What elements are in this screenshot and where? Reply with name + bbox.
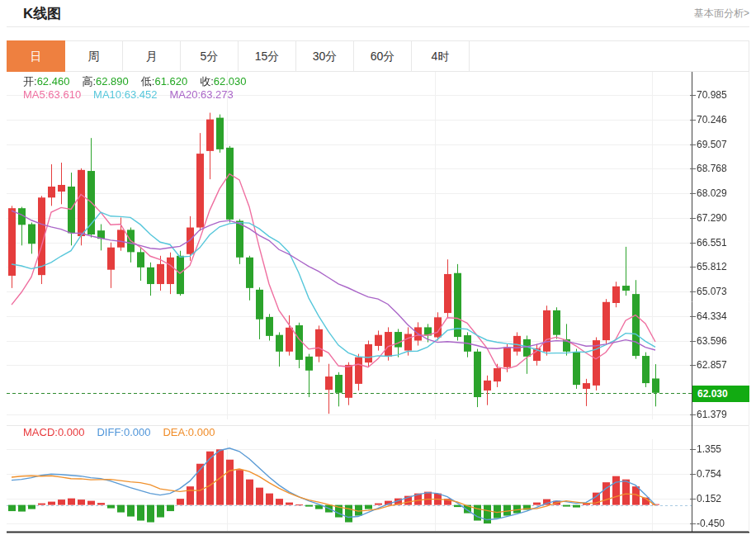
ohlc-item: 开:62.460: [23, 74, 69, 89]
price-axis-tick: 67.290: [697, 212, 727, 224]
tab-month[interactable]: 月: [123, 41, 181, 71]
tab-30min[interactable]: 30分: [296, 41, 354, 71]
price-axis-tick: 61.379: [697, 409, 727, 420]
ohlc-item: 高:62.890: [82, 74, 128, 89]
fundamental-analysis-link[interactable]: 基本面分析>: [694, 7, 749, 21]
macd-item: DIFF:0.000: [97, 426, 150, 438]
macd-readout: MACD:0.000DIFF:0.000DEA:0.000: [23, 426, 215, 438]
macd-axis-tick: 0.152: [697, 493, 721, 504]
price-axis-tick: 68.768: [697, 163, 727, 174]
ma-readout: MA5:63.610MA10:63.452MA20:63.273: [23, 88, 234, 101]
macd-item: DEA:0.000: [163, 426, 215, 438]
price-axis-tick: 62.857: [697, 359, 727, 371]
macd-item: MACD:0.000: [23, 426, 84, 438]
price-axis-tick: 66.551: [697, 237, 727, 249]
tab-day[interactable]: 日: [7, 40, 65, 72]
price-axis-tick: 65.812: [697, 261, 727, 272]
ohlc-readout: 开:62.460高:62.890低:61.620收:62.030: [23, 74, 247, 89]
ma-item: MA10:63.452: [93, 88, 157, 101]
price-axis-tick: 63.596: [697, 335, 727, 347]
price-axis-tick: 68.029: [697, 187, 727, 199]
price-axis-tick: 70.985: [697, 89, 727, 101]
price-axis-tick: 65.073: [697, 286, 727, 297]
page-title: K线图: [7, 4, 61, 23]
kline-page: K线图 基本面分析> 日周月5分15分30分60分4时 开:62.460高:62…: [0, 0, 756, 533]
last-price-tag: 62.030: [692, 386, 749, 402]
period-tabbar: 日周月5分15分30分60分4时: [7, 40, 749, 72]
ma-item: MA20:63.273: [169, 88, 233, 101]
page-header: K线图 基本面分析>: [7, 0, 749, 27]
tab-60min[interactable]: 60分: [354, 41, 412, 71]
ohlc-item: 收:62.030: [200, 74, 246, 89]
macd-axis-tick: 1.355: [697, 443, 721, 455]
price-axis-tick: 69.507: [697, 139, 727, 150]
macd-axis-tick: 0.754: [697, 468, 721, 480]
tab-4hour[interactable]: 4时: [412, 41, 470, 71]
tab-5min[interactable]: 5分: [181, 41, 239, 71]
kline-canvas[interactable]: [7, 72, 749, 533]
ma-item: MA5:63.610: [23, 88, 81, 101]
tab-15min[interactable]: 15分: [239, 41, 296, 71]
tab-week[interactable]: 周: [65, 41, 123, 71]
price-axis-tick: 70.246: [697, 114, 727, 125]
ohlc-item: 低:61.620: [141, 74, 187, 89]
price-axis-tick: 64.334: [697, 310, 727, 322]
kline-chart-area: 开:62.460高:62.890低:61.620收:62.030 MA5:63.…: [7, 72, 749, 533]
macd-axis-tick: -0.450: [697, 518, 725, 529]
